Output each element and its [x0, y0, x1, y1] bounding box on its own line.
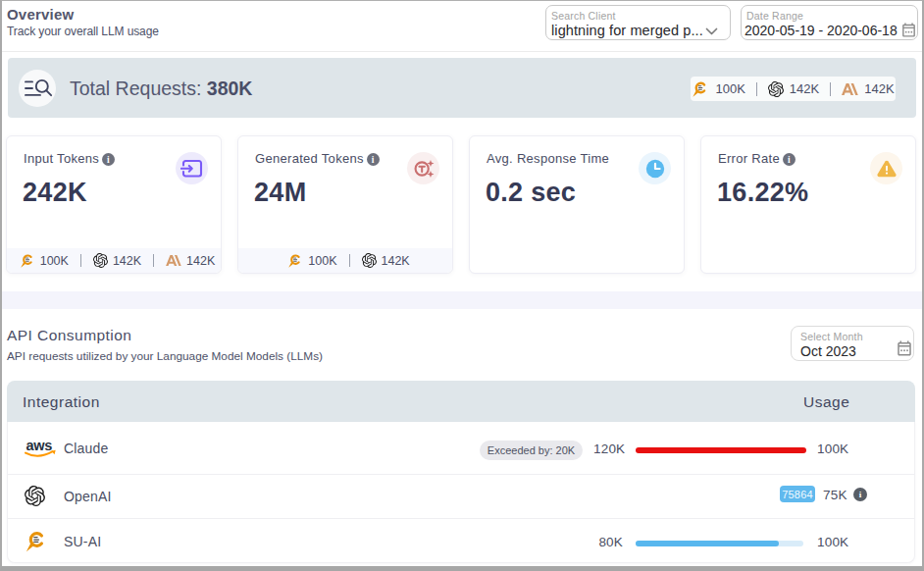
svg-text:aws: aws — [26, 438, 53, 453]
